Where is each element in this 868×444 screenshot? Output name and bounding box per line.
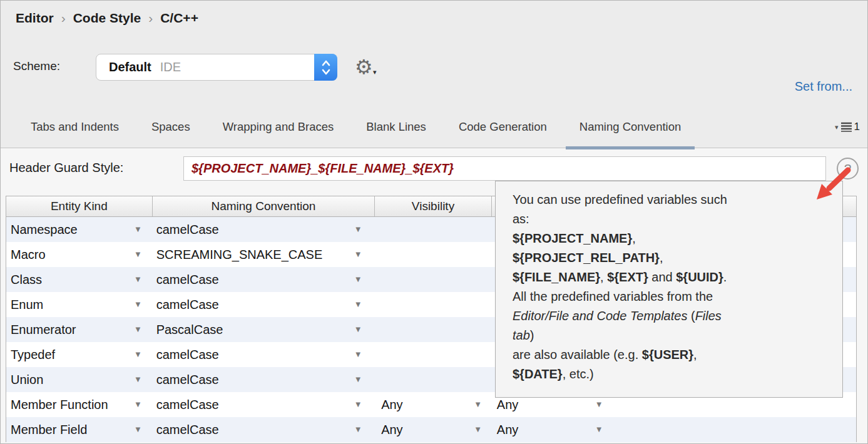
visibility-cell-empty (375, 242, 492, 267)
chevron-down-icon: ▼ (354, 425, 362, 434)
cell-value: camelCase (156, 223, 219, 237)
entity-kind-cell[interactable]: Enumerator▼ (6, 317, 153, 342)
chevron-down-icon: ▼ (354, 400, 362, 409)
tab-spaces[interactable]: Spaces (151, 106, 190, 148)
cell-value: Enum (11, 298, 43, 312)
cell-value: camelCase (156, 348, 219, 362)
entity-kind-cell[interactable]: Member Field▼ (6, 417, 153, 442)
breadcrumb-item-code-style[interactable]: Code Style (73, 11, 141, 26)
tab-blank-lines[interactable]: Blank Lines (366, 106, 426, 148)
tab-wrapping-and-braces[interactable]: Wrapping and Braces (223, 106, 334, 148)
gear-icon: ⚙ (355, 56, 373, 78)
naming-convention-cell[interactable]: camelCase▼ (153, 342, 375, 367)
code-style-tabbar: Tabs and Indents Spaces Wrapping and Bra… (1, 106, 867, 148)
hidden-tabs-button[interactable]: ▾ 1 (835, 121, 860, 133)
cell-value: camelCase (156, 398, 219, 412)
naming-convention-cell[interactable]: camelCase▼ (153, 392, 375, 417)
header-guard-label: Header Guard Style: (9, 161, 123, 175)
naming-convention-cell[interactable]: camelCase▼ (153, 417, 375, 442)
settings-panel: Editor › Code Style › C/C++ Scheme: Defa… (0, 0, 868, 444)
table-cell[interactable]: Any▼ (492, 417, 617, 442)
entity-kind-cell[interactable]: Member Function▼ (6, 392, 153, 417)
chevron-down-icon: ▾ (835, 123, 839, 131)
chevron-down-icon: ▼ (134, 225, 142, 234)
breadcrumb-item-editor[interactable]: Editor (16, 11, 54, 26)
entity-kind-cell[interactable]: Typedef▼ (6, 342, 153, 367)
chevron-down-icon: ▼ (474, 425, 482, 434)
chevron-right-icon: › (61, 11, 66, 26)
chevron-down-icon: ▼ (134, 275, 142, 284)
settings-header-region: Editor › Code Style › C/C++ Scheme: Defa… (1, 1, 867, 148)
chevron-down-icon: ▼ (134, 375, 142, 384)
chevron-down-icon: ▼ (134, 250, 142, 259)
chevron-down-icon: ▼ (595, 425, 603, 434)
table-cell-empty (617, 417, 856, 442)
naming-convention-cell[interactable]: camelCase▼ (153, 217, 375, 242)
chevron-down-icon: ▼ (134, 325, 142, 334)
cell-value: camelCase (156, 373, 219, 387)
table-row: Member Field▼ camelCase▼ Any▼ Any▼ (6, 417, 856, 442)
entity-kind-cell[interactable]: Macro▼ (6, 242, 153, 267)
scheme-select[interactable]: Default IDE (96, 54, 337, 81)
cell-value: Enumerator (11, 323, 76, 337)
chevron-down-icon: ▼ (354, 275, 362, 284)
combobox-stepper-icon[interactable] (314, 54, 337, 81)
cell-value: Member Function (11, 398, 108, 412)
cell-value: Any (381, 398, 402, 412)
cell-value: Any (381, 423, 402, 437)
breadcrumb-item-c-cpp[interactable]: C/C++ (160, 11, 198, 26)
header-guard-input[interactable] (183, 156, 826, 181)
naming-convention-cell[interactable]: camelCase▼ (153, 267, 375, 292)
annotation-arrow-icon (812, 166, 853, 204)
cell-value: Namespace (11, 223, 78, 237)
chevron-down-icon: ▼ (354, 225, 362, 234)
cell-value: PascalCase (156, 323, 223, 337)
scheme-label: Scheme: (13, 59, 60, 73)
chevron-down-icon: ▼ (354, 350, 362, 359)
chevron-down-icon: ▼ (354, 250, 362, 259)
entity-kind-cell[interactable]: Class▼ (6, 267, 153, 292)
column-header-visibility: Visibility (375, 196, 492, 216)
chevron-down-icon: ▾ (373, 68, 377, 76)
naming-convention-cell[interactable]: camelCase▼ (153, 367, 375, 392)
chevron-down-icon: ▼ (134, 425, 142, 434)
tab-tabs-and-indents[interactable]: Tabs and Indents (31, 106, 119, 148)
hidden-tabs-count: 1 (854, 121, 860, 133)
column-header-naming-convention: Naming Convention (153, 196, 375, 216)
cell-value: Typedef (11, 348, 55, 362)
scheme-actions-button[interactable]: ⚙ ▾ (355, 53, 384, 82)
entity-kind-cell[interactable]: Namespace▼ (6, 217, 153, 242)
naming-convention-cell[interactable]: PascalCase▼ (153, 317, 375, 342)
cell-value: camelCase (156, 273, 219, 287)
cell-value: camelCase (156, 423, 219, 437)
visibility-cell-empty (375, 317, 492, 342)
chevron-down-icon: ▼ (354, 375, 362, 384)
breadcrumb: Editor › Code Style › C/C++ (16, 11, 198, 26)
tab-naming-convention[interactable]: Naming Convention (580, 106, 681, 148)
chevron-right-icon: › (148, 11, 153, 26)
cell-value: Macro (11, 248, 46, 262)
hamburger-list-icon (840, 122, 852, 132)
tab-code-generation[interactable]: Code Generation (459, 106, 547, 148)
entity-kind-cell[interactable]: Union▼ (6, 367, 153, 392)
visibility-cell[interactable]: Any▼ (375, 417, 492, 442)
chevron-down-icon: ▼ (354, 300, 362, 309)
visibility-cell[interactable]: Any▼ (375, 392, 492, 417)
visibility-cell-empty (375, 267, 492, 292)
cell-value: SCREAMING_SNAKE_CASE (156, 248, 323, 262)
chevron-down-icon: ▼ (474, 400, 482, 409)
visibility-cell-empty (375, 367, 492, 392)
set-from-link[interactable]: Set from... (795, 79, 852, 94)
header-guard-help-tooltip: You can use predefined variables such as… (495, 181, 843, 398)
naming-convention-cell[interactable]: camelCase▼ (153, 292, 375, 317)
cell-value: Any (497, 423, 518, 437)
chevron-down-icon: ▼ (134, 350, 142, 359)
column-header-entity-kind: Entity Kind (6, 196, 153, 216)
scheme-selected-value: Default (109, 60, 151, 74)
cell-value: Any (497, 398, 518, 412)
naming-convention-cell[interactable]: SCREAMING_SNAKE_CASE▼ (153, 242, 375, 267)
visibility-cell-empty (375, 342, 492, 367)
cell-value: camelCase (156, 298, 219, 312)
scheme-selected-suffix: IDE (160, 60, 181, 74)
entity-kind-cell[interactable]: Enum▼ (6, 292, 153, 317)
